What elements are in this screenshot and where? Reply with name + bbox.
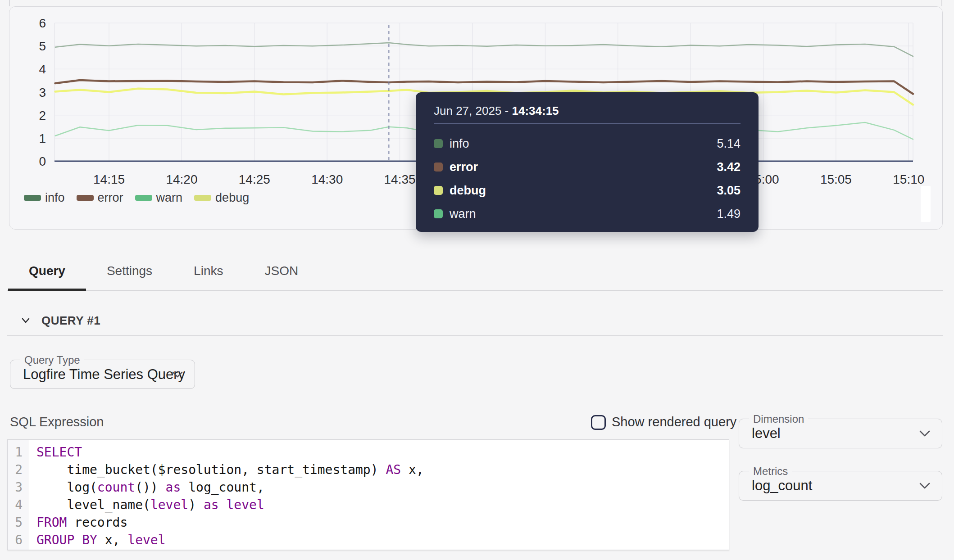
axis-tick-label: 14:30 xyxy=(311,172,343,186)
line-number: 1 xyxy=(8,443,28,461)
tooltip-series-label: info xyxy=(450,137,469,151)
axis-tick-label: 14:15 xyxy=(93,172,125,186)
legend-item-error[interactable]: error xyxy=(77,191,123,205)
axis-tick-label: 4 xyxy=(39,62,46,76)
tooltip-series-label: debug xyxy=(450,184,486,198)
dimension-select[interactable]: Dimension level xyxy=(739,419,942,448)
tooltip-series-label: warn xyxy=(450,207,476,221)
tooltip-row-info: info5.14 xyxy=(434,132,740,155)
legend-swatch-info xyxy=(24,195,41,201)
scrollbar-thumb[interactable] xyxy=(921,186,931,222)
chevron-down-icon xyxy=(918,429,931,438)
metrics-value: log_count xyxy=(752,471,812,500)
query-type-select[interactable]: Query Type Logfire Time Series Query xyxy=(10,360,195,389)
dimension-value: level xyxy=(752,419,781,448)
editor-code[interactable]: SELECT time_bucket($resolution, start_ti… xyxy=(28,440,729,550)
series-line-info[interactable] xyxy=(55,43,913,56)
axis-tick-label: 6 xyxy=(39,16,46,30)
panel-editor-page: { "chart_data": { "type": "line", "title… xyxy=(0,0,954,560)
tooltip-row-error: error3.42 xyxy=(434,155,740,179)
tooltip-series-value: 5.14 xyxy=(717,137,740,151)
tooltip-series-value: 1.49 xyxy=(717,207,740,221)
code-line-3[interactable]: log(count()) as log_count, xyxy=(36,479,729,496)
axis-tick-label: 1 xyxy=(39,131,46,145)
tooltip-divider xyxy=(434,123,740,124)
line-number: 3 xyxy=(8,479,28,496)
show-rendered-query-checkbox[interactable] xyxy=(591,415,606,430)
tooltip-row-warn: warn1.49 xyxy=(434,202,740,226)
axis-tick-label: 2 xyxy=(39,108,46,122)
chart-tooltip: Jun 27, 2025 - 14:34:15 info5.14error3.4… xyxy=(416,92,759,232)
show-rendered-query-label[interactable]: Show rendered query xyxy=(612,415,736,429)
tooltip-series-label: error xyxy=(450,160,478,174)
code-line-6[interactable]: GROUP BY x, level xyxy=(36,531,729,549)
line-number: 2 xyxy=(8,461,28,479)
code-line-1[interactable]: SELECT xyxy=(36,443,729,461)
query-section-title: QUERY #1 xyxy=(41,314,100,328)
chevron-down-icon xyxy=(918,482,931,490)
legend-swatch-error xyxy=(77,195,94,201)
query-type-value: Logfire Time Series Query xyxy=(23,360,185,388)
tooltip-series-value: 3.42 xyxy=(717,160,740,174)
sql-code-editor[interactable]: 123456 SELECT time_bucket($resolution, s… xyxy=(7,439,729,550)
query-section-header[interactable]: QUERY #1 xyxy=(20,312,100,330)
legend-label: error xyxy=(98,191,123,205)
legend-label: info xyxy=(45,191,65,205)
axis-tick-label: 14:25 xyxy=(239,172,270,186)
editor-line-numbers: 123456 xyxy=(8,440,28,550)
line-number: 5 xyxy=(8,514,28,531)
tooltip-swatch-warn xyxy=(434,209,443,218)
chevron-down-icon xyxy=(171,370,184,379)
tooltip-swatch-debug xyxy=(434,186,443,195)
tab-query[interactable]: Query xyxy=(8,253,86,291)
axis-tick-label: 14:20 xyxy=(166,172,197,186)
legend-item-info[interactable]: info xyxy=(24,191,65,205)
tooltip-series-value: 3.05 xyxy=(717,184,740,198)
panel-border-stub-right xyxy=(941,0,942,6)
section-divider xyxy=(7,335,943,336)
code-line-5[interactable]: FROM records xyxy=(36,514,729,531)
tooltip-time: 14:34:15 xyxy=(512,104,559,117)
code-line-2[interactable]: time_bucket($resolution, start_timestamp… xyxy=(36,461,729,479)
tooltip-date: Jun 27, 2025 - xyxy=(434,104,512,117)
legend-item-warn[interactable]: warn xyxy=(135,191,183,205)
tooltip-timestamp: Jun 27, 2025 - 14:34:15 xyxy=(434,104,559,118)
tooltip-row-debug: debug3.05 xyxy=(434,179,740,202)
tab-json[interactable]: JSON xyxy=(244,253,319,291)
axis-tick-label: 5 xyxy=(39,39,46,53)
axis-tick-label: 3 xyxy=(39,86,46,99)
tab-links[interactable]: Links xyxy=(173,253,244,291)
line-number: 4 xyxy=(8,496,28,514)
chart-legend: infoerrorwarndebug xyxy=(24,190,249,205)
legend-swatch-debug xyxy=(194,195,211,201)
panel-border-stub-left xyxy=(9,0,10,6)
axis-tick-label: 14:35 xyxy=(384,172,416,186)
code-line-4[interactable]: level_name(level) as level xyxy=(36,496,729,514)
line-number: 6 xyxy=(8,531,28,549)
tooltip-swatch-error xyxy=(434,163,443,172)
sql-expression-label: SQL Expression xyxy=(10,415,104,429)
axis-tick-label: 15:05 xyxy=(820,172,852,186)
metrics-select[interactable]: Metrics log_count xyxy=(739,471,942,501)
tab-settings[interactable]: Settings xyxy=(86,253,173,291)
chevron-down-icon xyxy=(20,315,32,326)
axis-tick-label: 15:10 xyxy=(893,172,924,186)
panel-editor-tabs: QuerySettingsLinksJSON xyxy=(7,253,943,291)
legend-swatch-warn xyxy=(135,195,152,201)
axis-tick-label: 0 xyxy=(39,154,46,168)
legend-label: debug xyxy=(215,191,249,205)
legend-item-debug[interactable]: debug xyxy=(194,191,249,205)
tooltip-swatch-info xyxy=(434,139,443,148)
legend-label: warn xyxy=(156,191,183,205)
tooltip-rows: info5.14error3.42debug3.05warn1.49 xyxy=(434,132,740,226)
